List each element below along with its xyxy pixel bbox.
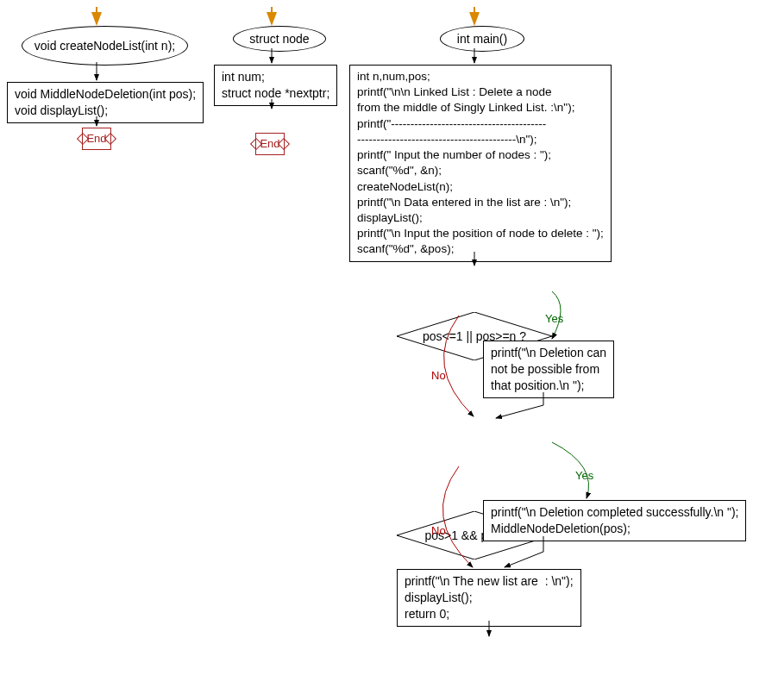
process-struct-fields: int num; struct node *nextptr; — [214, 65, 337, 106]
process-deletion-success: printf("\n Deletion completed successful… — [483, 500, 746, 541]
process-deletion-not-possible: printf("\n Deletion can not be possible … — [483, 341, 614, 398]
terminator-createnodelist: void createNodeList(int n); — [22, 26, 188, 66]
edge-label-yes: Yes — [545, 312, 563, 325]
end-box-a: End — [82, 128, 111, 150]
process-decl-funcs: void MiddleNodeDeletion(int pos); void d… — [7, 82, 204, 123]
terminator-main: int main() — [440, 26, 524, 52]
terminator-label: void createNodeList(int n); — [35, 39, 175, 53]
terminator-label: struct node — [249, 32, 309, 46]
edge-label-yes: Yes — [575, 469, 593, 482]
edge-label-no: No — [431, 524, 446, 537]
terminator-struct-node: struct node — [233, 26, 326, 52]
process-final: printf("\n The new list are : \n"); disp… — [397, 569, 581, 627]
end-box-b: End — [255, 133, 285, 155]
edge-label-no: No — [431, 369, 446, 382]
process-main-body: int n,num,pos; printf("\n\n Linked List … — [349, 65, 612, 262]
terminator-label: int main() — [457, 32, 507, 46]
